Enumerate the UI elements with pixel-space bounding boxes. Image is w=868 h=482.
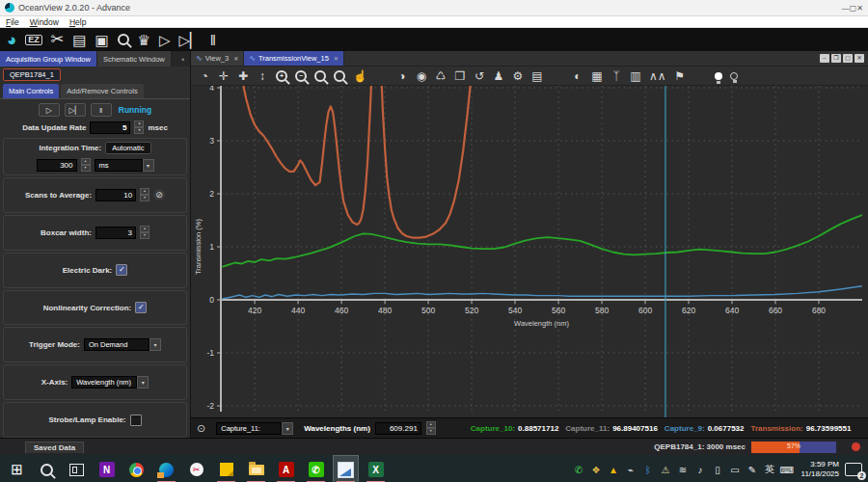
pan-icon[interactable]: ✛ — [218, 68, 230, 84]
tray-wifi-icon[interactable]: ≋ — [675, 465, 692, 475]
panel-tab-menu-button[interactable]: ▪ — [176, 51, 190, 67]
tray-quick-share-icon[interactable]: ❖ — [588, 465, 605, 475]
tray-security-icon[interactable]: ⚠ — [658, 465, 674, 475]
spectrometer-icon[interactable]: ♛ — [138, 33, 150, 47]
edge-icon[interactable] — [154, 456, 178, 482]
lamp-on-icon[interactable] — [715, 72, 722, 80]
tab-close-icon[interactable]: ✕ — [334, 55, 339, 62]
task-view-button[interactable] — [65, 456, 89, 482]
cut-icon[interactable]: ✂ — [51, 32, 64, 47]
trigger-mode-select[interactable]: On Demand▾ — [84, 338, 161, 351]
search-icon[interactable] — [118, 34, 129, 45]
ez-mode-icon[interactable]: EZ — [25, 35, 42, 45]
delete-spectrum-icon[interactable]: ♺ — [435, 68, 447, 84]
strobe-lamp-enable-checkbox[interactable] — [130, 415, 142, 426]
cursor-target-icon[interactable]: ⊙ — [197, 422, 205, 435]
undo-zoom-icon[interactable]: ↺ — [474, 68, 485, 84]
start-button[interactable]: ⊞ — [5, 456, 29, 482]
view-maximize-button[interactable]: ▢ — [843, 54, 853, 63]
tab-add-remove-controls[interactable]: Add/Remove Controls — [61, 84, 143, 98]
tray-google-drive-icon[interactable]: ▲ — [606, 465, 622, 475]
minimize-button[interactable]: — — [842, 4, 850, 13]
wavelength-stepper[interactable]: ▴▾ — [426, 421, 436, 435]
photos-icon[interactable] — [334, 456, 358, 482]
close-button[interactable]: ✕ — [856, 4, 863, 13]
tray-touch-keyboard-icon[interactable]: ⌨ — [779, 465, 796, 475]
zoom-out-icon[interactable]: − — [295, 70, 307, 82]
tab-close-icon[interactable]: ✕ — [233, 55, 238, 62]
wavelength-input[interactable]: 609.291 — [375, 422, 421, 435]
step-icon[interactable]: ▷▏ — [179, 33, 202, 47]
zoom-in-icon[interactable]: + — [276, 70, 287, 82]
scans-to-average-block-icon[interactable]: ⊘ — [153, 189, 165, 201]
search-button[interactable] — [35, 456, 59, 482]
zoom-region-icon[interactable] — [314, 70, 326, 82]
annotate-flag-icon[interactable]: ⚑ — [674, 68, 686, 84]
data-update-rate-input[interactable]: 5 — [90, 121, 130, 134]
sticky-notes-icon[interactable] — [214, 456, 238, 482]
view-minimize-button[interactable]: – — [820, 54, 829, 63]
table-view-icon[interactable]: ▥ — [630, 68, 641, 84]
panel-tab-schematic-window[interactable]: Schematic Window — [97, 51, 172, 67]
tray-phone-link-icon[interactable]: ▯ — [710, 465, 726, 475]
device-button[interactable]: QEPB1784_1 — [3, 68, 61, 81]
print-icon[interactable]: ▤ — [72, 33, 86, 47]
nonlinearity-correction-checkbox[interactable]: ✓ — [135, 302, 147, 313]
panel-tab-acquisition-group-window[interactable]: Acquisition Group Window — [0, 51, 97, 67]
palette-icon[interactable]: ◐ — [572, 68, 583, 84]
notification-center-icon[interactable]: 2 — [845, 463, 862, 476]
zoom-to-cursor-icon[interactable] — [334, 70, 345, 82]
settings-gear-icon[interactable]: ⚙ — [512, 68, 524, 84]
tray-pen-icon[interactable]: ✎ — [745, 465, 761, 475]
menu-file[interactable]: File — [6, 17, 19, 27]
camera-icon[interactable]: ◉ — [416, 68, 427, 84]
boxcar-width-input[interactable]: 3 — [95, 227, 136, 239]
acrobat-icon[interactable]: A — [274, 456, 298, 482]
snipping-tool-icon[interactable]: ✂ — [184, 456, 208, 482]
view-tab-transmissionview_15[interactable]: ∿TransmissionView_15✕ — [244, 51, 344, 66]
overlay-chart-icon[interactable]: ▦ — [591, 68, 603, 84]
vertical-scale-icon[interactable]: ↕ — [257, 68, 268, 84]
tray-bluetooth-icon[interactable]: ᛒ — [640, 465, 657, 475]
lamp-off-icon[interactable] — [730, 72, 738, 80]
tab-main-controls[interactable]: Main Controls — [3, 84, 59, 98]
oceanview-logo-icon[interactable]: ◕ — [7, 32, 16, 48]
x-axis-select[interactable]: Wavelength (nm)▾ — [71, 376, 149, 388]
saved-data-tab[interactable]: Saved Data — [25, 442, 84, 453]
presenter-icon[interactable]: ♟ — [493, 68, 504, 84]
onenote-icon[interactable]: N — [95, 456, 119, 482]
tray-ime-icon[interactable]: 英 — [762, 463, 778, 476]
print-chart-icon[interactable]: ▤ — [531, 68, 543, 84]
tray-volume-icon[interactable]: ♪ — [692, 465, 709, 475]
integration-unit-select[interactable]: ms▾ — [95, 159, 154, 172]
walk-person-icon[interactable]: ᛉ — [610, 68, 622, 84]
trend-selector[interactable]: Capture_11: ▾ — [216, 422, 293, 435]
view-close-button[interactable]: ✕ — [854, 54, 864, 63]
tray-battery-icon[interactable]: ▭ — [727, 465, 744, 475]
wechat-icon[interactable]: ✆ — [304, 456, 328, 482]
excel-icon[interactable]: X — [364, 456, 388, 482]
integration-automatic-button[interactable]: Automatic — [105, 142, 150, 154]
integration-time-input[interactable]: 300 — [37, 159, 77, 172]
graph-properties-icon[interactable]: ◑ — [396, 68, 408, 84]
pause-button[interactable]: ‖ — [91, 103, 112, 117]
pointer-mode-icon[interactable]: ☝ — [353, 68, 367, 84]
move-cursor-icon[interactable]: ✚ — [237, 68, 249, 84]
pause-icon[interactable]: ‖ — [210, 33, 216, 47]
trend-selector-arrow[interactable]: ▾ — [282, 422, 293, 435]
data-update-rate-stepper[interactable]: ▴▾ — [134, 120, 144, 134]
menu-help[interactable]: Help — [69, 17, 86, 27]
spectrum-chart[interactable]: -2-1012344204404604805005205405605806006… — [191, 86, 868, 417]
single-step-button[interactable]: ▷▏ — [65, 103, 86, 117]
file-explorer-icon[interactable] — [244, 456, 268, 482]
chrome-icon[interactable] — [124, 456, 149, 482]
tray-usb-icon[interactable]: ⌁ — [623, 465, 639, 475]
peaks-icon[interactable]: ∧∧ — [649, 68, 666, 84]
pan-axes-icon[interactable]: ◔ — [199, 68, 210, 84]
save-icon[interactable]: ▣ — [95, 33, 108, 47]
play-icon[interactable]: ▷ — [159, 33, 171, 47]
play-button[interactable]: ▷ — [39, 103, 60, 117]
scans-to-average-input[interactable]: 10 — [95, 189, 136, 201]
electric-dark-checkbox[interactable]: ✓ — [116, 264, 127, 276]
tray-wechat-icon[interactable]: ✆ — [571, 465, 587, 475]
